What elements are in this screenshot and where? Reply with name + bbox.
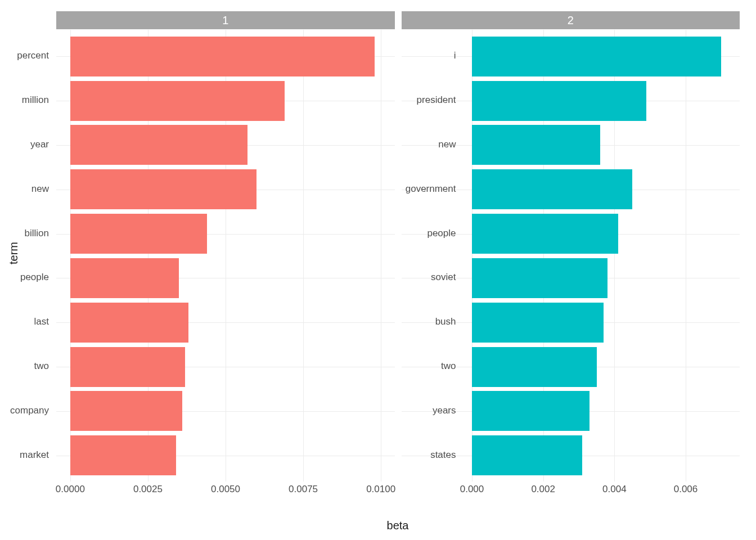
y-tick-label: new	[32, 183, 49, 195]
y-tick-label: percent	[17, 50, 49, 61]
y-tick-label: million	[22, 94, 49, 106]
y-tick-label: two	[34, 361, 49, 372]
facet-1-x-axis: 0.00000.00250.00500.00750.0100	[56, 482, 395, 501]
bar	[472, 81, 646, 121]
x-tick-label: 0.0100	[366, 484, 395, 495]
y-tick-label: company	[10, 405, 49, 416]
bar	[70, 214, 207, 254]
bar	[472, 347, 597, 387]
x-tick-label: 0.002	[531, 484, 555, 495]
x-axis-label: beta	[387, 519, 409, 532]
bar	[70, 37, 375, 76]
facet-1-panel	[56, 30, 395, 482]
y-tick-label: president	[417, 94, 456, 106]
x-tick-label: 0.006	[674, 484, 698, 495]
bar	[70, 347, 185, 387]
bar	[472, 169, 632, 209]
y-tick-label: two	[441, 361, 456, 372]
bar	[472, 391, 590, 431]
x-tick-label: 0.004	[602, 484, 627, 495]
y-tick-label: year	[30, 139, 49, 150]
y-tick-label: billion	[25, 228, 49, 239]
bar	[70, 169, 256, 209]
facet-2-x-axis: 0.0000.0020.0040.006	[402, 482, 740, 501]
facet-1-y-ticks: percentmillionyearnewbillionpeoplelasttw…	[0, 29, 53, 482]
y-tick-label: soviet	[431, 272, 456, 283]
bar	[472, 303, 604, 343]
y-tick-label: people	[427, 228, 456, 239]
y-tick-label: new	[438, 139, 456, 150]
bar	[472, 258, 608, 298]
y-tick-label: bush	[435, 316, 456, 327]
bar	[472, 37, 721, 76]
facet-2-y-ticks: ipresidentnewgovernmentpeoplesovietbusht…	[402, 29, 461, 482]
bar	[472, 125, 600, 165]
y-tick-label: i	[454, 50, 456, 61]
bar	[70, 391, 182, 431]
y-tick-label: years	[433, 405, 456, 416]
facet-1: 1 0.00000.00250.00500.00750.0100	[56, 11, 398, 501]
y-tick-label: last	[34, 316, 49, 327]
plot-area: 1 0.00000.00250.00500.00750.0100 2	[56, 11, 740, 501]
x-tick-label: 0.0075	[289, 484, 318, 495]
bar	[472, 214, 618, 254]
bar	[70, 258, 179, 298]
bar	[70, 435, 176, 475]
x-tick-label: 0.0025	[133, 484, 163, 495]
facet-2-strip: 2	[402, 11, 740, 30]
bar	[472, 435, 582, 475]
x-tick-label: 0.0000	[56, 484, 85, 495]
x-tick-label: 0.000	[460, 484, 484, 495]
x-tick-label: 0.0050	[211, 484, 240, 495]
bar	[70, 81, 285, 121]
y-tick-label: people	[20, 272, 49, 283]
y-tick-label: states	[430, 449, 456, 461]
bar	[70, 125, 248, 165]
y-tick-label: market	[20, 449, 49, 461]
bar	[70, 303, 188, 343]
facet-1-strip: 1	[56, 11, 395, 30]
y-tick-label: government	[406, 183, 456, 195]
